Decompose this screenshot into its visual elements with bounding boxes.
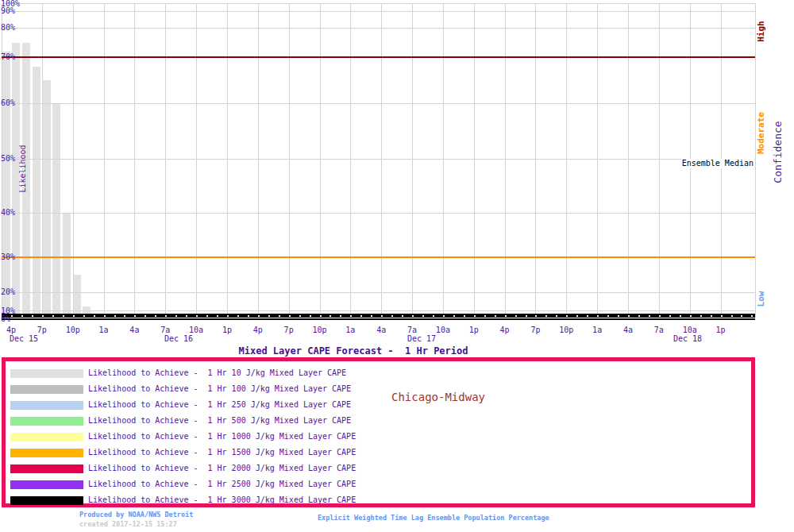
y-tick-label: 90%: [1, 7, 15, 15]
baseline-tick-dot: [124, 315, 125, 317]
baseline-tick-dot: [217, 315, 218, 317]
baseline-tick-dot: [114, 315, 116, 317]
baseline-tick-dot: [73, 315, 75, 317]
x-tick-label: 1a: [585, 326, 609, 334]
legend-label: Likelihood to Achieve - 1 Hr 2500 J/kg M…: [88, 480, 356, 489]
x-tick-label: 10p: [554, 326, 578, 334]
baseline-tick-dot: [453, 315, 455, 317]
threshold-line-70: [2, 56, 755, 58]
h-gridline: [2, 159, 755, 160]
y-tick-label: 100%: [1, 0, 20, 8]
baseline-tick-dot: [576, 315, 578, 317]
baseline-tick-dot: [721, 315, 723, 317]
baseline-tick-dot: [649, 315, 650, 317]
x-date-label: Dec 18: [673, 335, 702, 343]
x-tick-label: 4p: [0, 326, 23, 334]
threshold-line-30: [2, 256, 755, 258]
baseline-tick-dot: [63, 315, 64, 317]
v-gridline: [628, 3, 629, 318]
x-tick-label: 4a: [369, 326, 393, 334]
baseline-tick-dot: [134, 315, 136, 317]
baseline-tick-dot: [659, 315, 661, 317]
footer-produced-by: Produced by NOAA/NWS Detroit: [79, 511, 193, 519]
baseline-tick-dot: [258, 315, 260, 317]
legend-label: Likelihood to Achieve - 1 Hr 2000 J/kg M…: [88, 464, 356, 473]
right-axis-label: Confidence: [772, 117, 784, 188]
baseline-tick-dot: [474, 315, 476, 317]
x-tick-label: 10a: [431, 326, 455, 334]
baseline-tick-dot: [412, 315, 414, 317]
baseline-tick-dot: [155, 315, 156, 317]
x-tick-label: 1p: [215, 326, 239, 334]
v-gridline: [320, 3, 321, 318]
legend-box: Likelihood to Achieve - 1 Hr 10 J/kg Mix…: [2, 357, 755, 507]
v-gridline: [350, 3, 351, 318]
v-gridline: [134, 3, 135, 318]
baseline-tick-dot: [42, 315, 44, 317]
x-tick-label: 10a: [678, 326, 702, 334]
baseline-tick-dot: [104, 315, 106, 317]
station-label: Chicago-Midway: [391, 391, 485, 403]
baseline-tick-dot: [299, 315, 301, 317]
h-gridline: [2, 3, 755, 4]
baseline-tick-dot: [371, 315, 372, 317]
baseline-tick-dot: [175, 315, 177, 317]
legend-swatch: [10, 401, 83, 410]
legend-swatch: [10, 385, 83, 394]
x-tick-label: 1p: [462, 326, 486, 334]
v-gridline: [165, 3, 166, 318]
legend-swatch: [10, 480, 83, 489]
x-tick-label: 1a: [338, 326, 362, 334]
x-tick-label: 10a: [184, 326, 208, 334]
baseline-tick-dot: [680, 315, 681, 317]
cape-forecast-graphic: 0%10%20%30%40%50%60%70%80%90%100%4p7p10p…: [0, 0, 794, 532]
h-gridline: [2, 310, 755, 311]
v-gridline: [659, 3, 660, 318]
chart-plot-area: 0%10%20%30%40%50%60%70%80%90%100%4p7p10p…: [0, 0, 794, 345]
baseline-tick-dot: [21, 315, 23, 317]
legend-swatch: [10, 449, 83, 457]
v-gridline: [566, 3, 567, 318]
baseline-tick-dot: [32, 315, 33, 317]
x-tick-label: 4p: [246, 326, 270, 334]
legend-swatch: [10, 496, 83, 505]
baseline-tick-dot: [196, 315, 198, 317]
v-gridline: [227, 3, 228, 318]
h-gridline: [2, 292, 755, 293]
likelihood-bar: [2, 52, 10, 318]
x-tick-label: 4p: [493, 326, 517, 334]
x-tick-label: 7p: [277, 326, 301, 334]
baseline-tick-dot: [618, 315, 619, 317]
confidence-zone-high-label: High: [756, 4, 766, 60]
baseline-tick-dot: [289, 315, 291, 317]
ensemble-median-label: Ensemble Median: [681, 159, 754, 168]
x-tick-label: 7p: [523, 326, 547, 334]
baseline-tick-dot: [464, 315, 465, 317]
baseline-tick-dot: [526, 315, 527, 317]
y-tick-label: 60%: [1, 99, 15, 107]
baseline-tick-dot: [279, 315, 280, 317]
baseline-tick-dot: [248, 315, 249, 317]
baseline-tick-dot: [711, 315, 712, 317]
baseline-tick-dot: [700, 315, 702, 317]
baseline-tick-dot: [690, 315, 692, 317]
h-gridline: [2, 103, 755, 104]
baseline-tick-dot: [340, 315, 341, 317]
baseline-tick-dot: [443, 315, 445, 317]
y-tick-label: 40%: [1, 209, 15, 217]
baseline-tick-dot: [751, 315, 753, 317]
x-tick-label: 7a: [153, 326, 177, 334]
baseline-tick-dot: [669, 315, 671, 317]
v-gridline: [412, 3, 413, 318]
x-date-label: Dec 17: [407, 335, 436, 343]
v-gridline: [443, 3, 444, 318]
baseline-tick-dot: [628, 315, 630, 317]
legend-label: Likelihood to Achieve - 1 Hr 10 J/kg Mix…: [88, 368, 346, 378]
y-tick-label: 0%: [1, 315, 10, 323]
v-gridline: [196, 3, 197, 318]
baseline-tick-dot: [391, 315, 393, 317]
footer-method-label: Explicit Weighted Time Lag Ensemble Popu…: [318, 514, 549, 522]
x-tick-label: 1p: [709, 326, 733, 334]
baseline-tick-dot: [515, 315, 517, 317]
x-tick-label: 7a: [647, 326, 671, 334]
